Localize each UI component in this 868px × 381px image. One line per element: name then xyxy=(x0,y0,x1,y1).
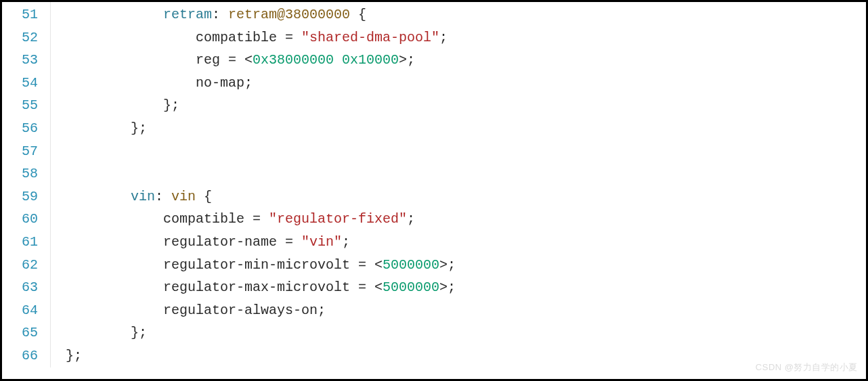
code-line: compatible = "regulator-fixed"; xyxy=(66,208,456,231)
code-token: }; xyxy=(66,348,82,363)
code-token xyxy=(334,52,342,68)
code-token: retram@38000000 xyxy=(228,7,350,22)
code-line: regulator-name = "vin"; xyxy=(66,231,456,254)
line-number: 53 xyxy=(2,49,38,72)
line-number: 59 xyxy=(2,185,38,208)
line-number-gutter: 51525354555657585960616263646566 xyxy=(2,2,51,367)
code-line: vin: vin { xyxy=(66,185,456,208)
code-token: ; xyxy=(439,30,448,45)
code-token: { xyxy=(204,189,212,204)
code-token: regulator-max-microvolt = < xyxy=(163,279,383,295)
code-token: regulator-min-microvolt = < xyxy=(163,257,383,273)
code-content: retram: retram@38000000 { compatible = "… xyxy=(51,2,456,367)
code-token: }; xyxy=(163,97,179,113)
code-token: vin xyxy=(171,189,204,204)
code-token: vin xyxy=(131,189,155,204)
code-line: }; xyxy=(66,344,456,367)
line-number: 58 xyxy=(2,162,38,185)
line-number: 57 xyxy=(2,140,38,163)
code-token: reg = < xyxy=(196,52,253,68)
code-line: regulator-min-microvolt = <5000000>; xyxy=(66,254,456,277)
code-token: : xyxy=(212,7,228,22)
code-token: 0x38000000 xyxy=(253,52,334,68)
code-token: ; xyxy=(407,211,415,227)
code-line: }; xyxy=(66,94,456,117)
code-token: >; xyxy=(439,279,456,295)
code-token: regulator-name = xyxy=(163,234,301,250)
code-line: retram: retram@38000000 { xyxy=(66,3,456,26)
code-token: 5000000 xyxy=(383,279,439,295)
code-block: 51525354555657585960616263646566 retram:… xyxy=(2,2,866,367)
code-line: compatible = "shared-dma-pool"; xyxy=(66,26,456,49)
line-number: 55 xyxy=(2,94,38,117)
code-line xyxy=(66,140,456,163)
line-number: 54 xyxy=(2,72,38,95)
code-token: "shared-dma-pool" xyxy=(301,30,439,45)
code-line: no-map; xyxy=(66,72,456,95)
line-number: 52 xyxy=(2,26,38,49)
code-token: }; xyxy=(131,120,147,136)
code-line: reg = <0x38000000 0x10000>; xyxy=(66,49,456,72)
code-line: }; xyxy=(66,117,456,140)
code-token: no-map; xyxy=(196,75,253,91)
code-token: 5000000 xyxy=(383,257,439,273)
code-token: compatible = xyxy=(196,30,301,45)
code-token: compatible = xyxy=(163,211,269,227)
code-line: regulator-max-microvolt = <5000000>; xyxy=(66,276,456,299)
code-token: >; xyxy=(439,257,456,273)
code-token: ; xyxy=(342,234,350,250)
code-token: { xyxy=(350,7,366,22)
code-token: "regulator-fixed" xyxy=(269,211,407,227)
line-number: 65 xyxy=(2,321,38,344)
line-number: 60 xyxy=(2,208,38,231)
code-token: }; xyxy=(131,325,147,340)
code-line: regulator-always-on; xyxy=(66,299,456,322)
line-number: 56 xyxy=(2,117,38,140)
code-token: : xyxy=(155,189,171,204)
line-number: 51 xyxy=(2,3,38,26)
code-token: 0x10000 xyxy=(342,52,399,68)
code-token: >; xyxy=(399,52,415,68)
code-token: retram xyxy=(163,7,212,22)
line-number: 64 xyxy=(2,299,38,322)
code-frame: 51525354555657585960616263646566 retram:… xyxy=(0,0,868,381)
code-token: "vin" xyxy=(301,234,342,250)
line-number: 61 xyxy=(2,231,38,254)
code-token: regulator-always-on; xyxy=(163,302,326,318)
line-number: 62 xyxy=(2,254,38,277)
code-line: }; xyxy=(66,321,456,344)
line-number: 66 xyxy=(2,344,38,367)
code-line xyxy=(66,162,456,185)
line-number: 63 xyxy=(2,276,38,299)
watermark: CSDN @努力自学的小夏 xyxy=(756,360,858,375)
